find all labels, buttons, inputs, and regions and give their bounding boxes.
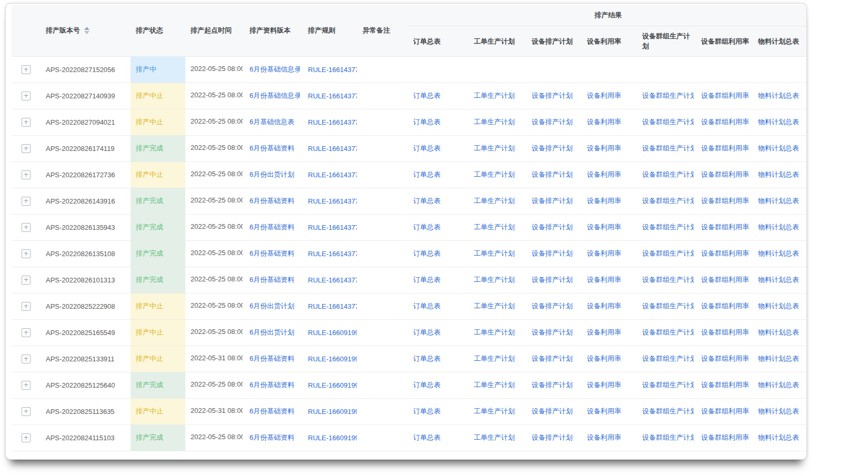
material-plan-summary-link[interactable]: 物料计划总表 xyxy=(758,144,799,153)
work-order-plan-link[interactable]: 工单生产计划 xyxy=(474,275,515,285)
equipment-group-utilization-link[interactable]: 设备群组利用率 xyxy=(701,407,749,416)
equipment-utilization-link[interactable]: 设备利用率 xyxy=(587,407,621,416)
equipment-plan-link[interactable]: 设备排产计划 xyxy=(532,328,573,337)
order-summary-link[interactable]: 订单总表 xyxy=(413,328,441,337)
data-version-link[interactable]: 6月基础信息表 xyxy=(250,117,294,127)
work-order-plan-link[interactable]: 工单生产计划 xyxy=(474,144,515,153)
sort-icon[interactable] xyxy=(84,27,89,34)
rule-link[interactable]: RULE-16614377 xyxy=(308,197,357,205)
equipment-group-plan-link[interactable]: 设备群组生产计划 xyxy=(642,275,694,285)
equipment-plan-link[interactable]: 设备排产计划 xyxy=(532,354,573,363)
expand-row-button[interactable]: + xyxy=(22,249,31,258)
expand-row-button[interactable]: + xyxy=(22,433,31,442)
expand-row-button[interactable]: + xyxy=(22,65,31,74)
equipment-utilization-link[interactable]: 设备利用率 xyxy=(587,275,621,285)
rule-link[interactable]: RULE-166091998 xyxy=(308,408,357,416)
equipment-group-utilization-link[interactable]: 设备群组利用率 xyxy=(701,196,749,206)
equipment-utilization-link[interactable]: 设备利用率 xyxy=(587,222,621,232)
equipment-plan-link[interactable]: 设备排产计划 xyxy=(532,275,573,285)
rule-link[interactable]: RULE-166091998 xyxy=(308,329,357,337)
data-version-link[interactable]: 6月份基础资料 xyxy=(250,380,294,390)
equipment-utilization-link[interactable]: 设备利用率 xyxy=(587,196,621,206)
data-version-link[interactable]: 6月份基础信息录 xyxy=(250,65,300,74)
equipment-utilization-link[interactable]: 设备利用率 xyxy=(587,117,621,127)
equipment-group-plan-link[interactable]: 设备群组生产计划 xyxy=(642,144,694,153)
expand-row-button[interactable]: + xyxy=(22,381,31,390)
equipment-group-plan-link[interactable]: 设备群组生产计划 xyxy=(642,196,694,206)
order-summary-link[interactable]: 订单总表 xyxy=(413,275,441,285)
order-summary-link[interactable]: 订单总表 xyxy=(413,354,441,363)
equipment-plan-link[interactable]: 设备排产计划 xyxy=(532,170,573,179)
equipment-utilization-link[interactable]: 设备利用率 xyxy=(587,170,621,179)
order-summary-link[interactable]: 订单总表 xyxy=(413,407,441,416)
work-order-plan-link[interactable]: 工单生产计划 xyxy=(474,354,515,363)
work-order-plan-link[interactable]: 工单生产计划 xyxy=(474,328,515,337)
equipment-plan-link[interactable]: 设备排产计划 xyxy=(532,433,573,442)
work-order-plan-link[interactable]: 工单生产计划 xyxy=(474,433,515,442)
equipment-plan-link[interactable]: 设备排产计划 xyxy=(532,91,573,100)
rule-link[interactable]: RULE-16614377 xyxy=(308,118,357,126)
expand-row-button[interactable]: + xyxy=(22,276,31,285)
work-order-plan-link[interactable]: 工单生产计划 xyxy=(474,117,515,127)
material-plan-summary-link[interactable]: 物料计划总表 xyxy=(758,275,799,285)
order-summary-link[interactable]: 订单总表 xyxy=(413,91,441,100)
order-summary-link[interactable]: 订单总表 xyxy=(413,249,441,258)
equipment-group-utilization-link[interactable]: 设备群组利用率 xyxy=(701,170,749,179)
rule-link[interactable]: RULE-16614377 xyxy=(308,302,357,310)
equipment-utilization-link[interactable]: 设备利用率 xyxy=(587,328,621,337)
material-plan-summary-link[interactable]: 物料计划总表 xyxy=(758,354,799,363)
equipment-group-utilization-link[interactable]: 设备群组利用率 xyxy=(701,91,749,100)
material-plan-summary-link[interactable]: 物料计划总表 xyxy=(758,196,799,206)
rule-link[interactable]: RULE-166091998 xyxy=(308,381,357,389)
data-version-link[interactable]: 6月份出货计划 xyxy=(250,328,294,337)
equipment-utilization-link[interactable]: 设备利用率 xyxy=(587,301,621,311)
expand-row-button[interactable]: + xyxy=(22,197,31,206)
data-version-link[interactable]: 6月份基础资料 xyxy=(250,144,294,153)
equipment-group-utilization-link[interactable]: 设备群组利用率 xyxy=(701,354,749,363)
work-order-plan-link[interactable]: 工单生产计划 xyxy=(474,196,515,206)
order-summary-link[interactable]: 订单总表 xyxy=(413,196,441,206)
equipment-group-plan-link[interactable]: 设备群组生产计划 xyxy=(642,91,694,100)
work-order-plan-link[interactable]: 工单生产计划 xyxy=(474,249,515,258)
equipment-group-utilization-link[interactable]: 设备群组利用率 xyxy=(701,380,749,390)
equipment-group-utilization-link[interactable]: 设备群组利用率 xyxy=(701,117,749,127)
equipment-group-plan-link[interactable]: 设备群组生产计划 xyxy=(642,301,694,311)
expand-row-button[interactable]: + xyxy=(22,407,31,416)
order-summary-link[interactable]: 订单总表 xyxy=(413,117,441,127)
expand-row-button[interactable]: + xyxy=(22,328,31,337)
equipment-group-utilization-link[interactable]: 设备群组利用率 xyxy=(701,144,749,153)
data-version-link[interactable]: 6月份基础信息录 xyxy=(250,91,300,100)
order-summary-link[interactable]: 订单总表 xyxy=(413,433,441,442)
work-order-plan-link[interactable]: 工单生产计划 xyxy=(474,301,515,311)
equipment-group-plan-link[interactable]: 设备群组生产计划 xyxy=(642,380,694,390)
order-summary-link[interactable]: 订单总表 xyxy=(413,144,441,153)
work-order-plan-link[interactable]: 工单生产计划 xyxy=(474,407,515,416)
rule-link[interactable]: RULE-16614377 xyxy=(308,92,357,100)
equipment-group-plan-link[interactable]: 设备群组生产计划 xyxy=(642,170,694,179)
rule-link[interactable]: RULE-166091998 xyxy=(308,355,357,363)
material-plan-summary-link[interactable]: 物料计划总表 xyxy=(758,407,799,416)
equipment-plan-link[interactable]: 设备排产计划 xyxy=(532,196,573,206)
work-order-plan-link[interactable]: 工单生产计划 xyxy=(474,91,515,100)
column-header-version[interactable]: 排产版本号 xyxy=(41,5,131,56)
equipment-utilization-link[interactable]: 设备利用率 xyxy=(587,354,621,363)
equipment-group-utilization-link[interactable]: 设备群组利用率 xyxy=(701,275,749,285)
expand-row-button[interactable]: + xyxy=(22,355,31,363)
equipment-plan-link[interactable]: 设备排产计划 xyxy=(532,380,573,390)
material-plan-summary-link[interactable]: 物料计划总表 xyxy=(758,222,799,232)
expand-row-button[interactable]: + xyxy=(22,144,31,153)
equipment-plan-link[interactable]: 设备排产计划 xyxy=(532,144,573,153)
data-version-link[interactable]: 6月份基础资料 xyxy=(250,407,294,416)
equipment-plan-link[interactable]: 设备排产计划 xyxy=(532,117,573,127)
equipment-group-plan-link[interactable]: 设备群组生产计划 xyxy=(642,222,694,232)
equipment-plan-link[interactable]: 设备排产计划 xyxy=(532,407,573,416)
data-version-link[interactable]: 6月份基础资料 xyxy=(250,196,294,206)
rule-link[interactable]: RULE-16614377 xyxy=(308,276,357,284)
equipment-plan-link[interactable]: 设备排产计划 xyxy=(532,222,573,232)
equipment-group-utilization-link[interactable]: 设备群组利用率 xyxy=(701,249,749,258)
order-summary-link[interactable]: 订单总表 xyxy=(413,380,441,390)
equipment-plan-link[interactable]: 设备排产计划 xyxy=(532,249,573,258)
work-order-plan-link[interactable]: 工单生产计划 xyxy=(474,380,515,390)
order-summary-link[interactable]: 订单总表 xyxy=(413,222,441,232)
equipment-group-utilization-link[interactable]: 设备群组利用率 xyxy=(701,433,749,442)
